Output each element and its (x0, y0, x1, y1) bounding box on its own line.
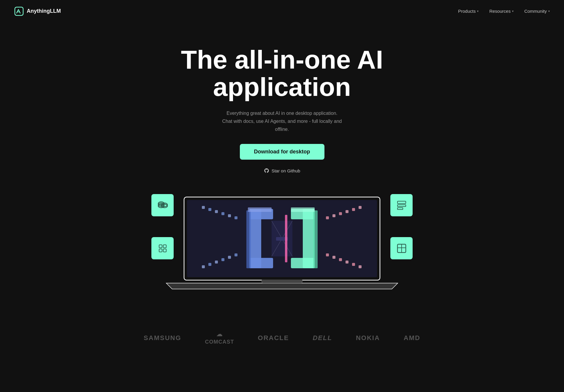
svg-rect-32 (326, 216, 329, 219)
chevron-down-icon: ▾ (477, 9, 479, 13)
svg-rect-23 (215, 210, 218, 213)
corner-box-top-left (151, 194, 174, 216)
svg-rect-6 (249, 258, 273, 268)
svg-rect-29 (215, 261, 218, 264)
svg-rect-12 (313, 210, 318, 268)
svg-rect-20 (235, 216, 237, 219)
brand-nokia: NOKIA (356, 334, 380, 342)
svg-rect-52 (163, 249, 166, 252)
hero-section: The all-in-one AI application Everything… (0, 22, 564, 313)
svg-rect-22 (221, 212, 224, 215)
logo-icon (14, 7, 24, 16)
logo-text: AnythingLLM (27, 8, 61, 14)
laptop-svg (148, 191, 416, 295)
navbar: AnythingLLM Products ▾ Resources ▾ Commu… (0, 0, 564, 22)
github-icon (264, 168, 269, 173)
svg-rect-26 (235, 253, 237, 256)
svg-rect-39 (332, 256, 335, 259)
svg-rect-11 (291, 258, 315, 268)
svg-rect-13 (291, 207, 315, 212)
svg-rect-30 (208, 263, 211, 266)
svg-rect-51 (159, 249, 162, 252)
corner-box-bottom-left (151, 237, 174, 259)
hero-title: The all-in-one AI application (181, 46, 383, 101)
download-button[interactable]: Download for desktop (240, 144, 324, 160)
corner-box-bottom-right (390, 237, 413, 259)
nav-products[interactable]: Products ▾ (458, 9, 479, 14)
svg-rect-21 (228, 214, 231, 217)
chevron-down-icon: ▾ (512, 9, 514, 13)
svg-rect-34 (339, 212, 342, 215)
svg-rect-54 (397, 205, 406, 207)
svg-rect-3 (261, 280, 303, 283)
svg-rect-24 (208, 208, 211, 211)
svg-rect-28 (221, 258, 224, 261)
brand-dell: DELL (313, 334, 332, 342)
svg-rect-37 (359, 206, 362, 209)
svg-rect-41 (346, 261, 348, 264)
svg-rect-43 (359, 265, 362, 268)
nav-resources[interactable]: Resources ▾ (489, 9, 514, 14)
brand-amd: AMD (404, 334, 420, 342)
nav-links: Products ▾ Resources ▾ Community ▾ (458, 9, 550, 14)
svg-rect-25 (202, 206, 205, 209)
svg-rect-38 (326, 253, 329, 256)
svg-rect-18 (285, 215, 287, 262)
svg-rect-50 (163, 245, 166, 248)
logo[interactable]: AnythingLLM (14, 7, 61, 16)
svg-rect-49 (159, 245, 162, 248)
brand-oracle: ORACLE (258, 334, 289, 342)
nav-community[interactable]: Community ▾ (524, 9, 550, 14)
svg-rect-36 (352, 208, 355, 211)
svg-rect-40 (339, 258, 342, 261)
brand-samsung: SAMSUNG (144, 334, 181, 342)
svg-rect-33 (332, 214, 335, 217)
hero-subtitle: Everything great about AI in one desktop… (217, 109, 347, 134)
cloud-icon: ☁ (216, 331, 223, 338)
svg-rect-35 (346, 210, 348, 213)
svg-rect-42 (352, 263, 355, 266)
svg-rect-31 (202, 265, 205, 268)
brand-comcast: ☁ COMCAST (205, 331, 234, 345)
svg-rect-27 (228, 256, 231, 259)
chevron-down-icon: ▾ (548, 9, 550, 13)
corner-box-top-right (390, 194, 413, 216)
svg-rect-8 (248, 207, 272, 212)
hero-illustration (148, 191, 416, 295)
github-link[interactable]: Star on Github (264, 168, 300, 173)
svg-rect-7 (246, 210, 251, 268)
svg-rect-55 (397, 208, 403, 210)
brands-section: SAMSUNG ☁ COMCAST ORACLE DELL NOKIA AMD (0, 313, 564, 357)
svg-rect-53 (397, 201, 406, 204)
